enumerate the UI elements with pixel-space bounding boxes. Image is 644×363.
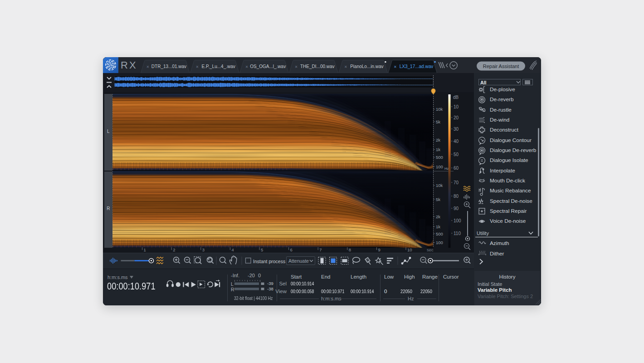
svg-text:3: 3 (202, 247, 205, 252)
svg-text:70: 70 (454, 180, 459, 185)
svg-text:2: 2 (173, 247, 175, 252)
svg-text:10: 10 (454, 104, 459, 109)
svg-text:9: 9 (378, 247, 380, 252)
svg-text:LX3_17...ad.wav: LX3_17...ad.wav (400, 64, 434, 69)
svg-text:L: L (231, 281, 234, 287)
svg-text:✕: ✕ (245, 65, 249, 69)
svg-text:40: 40 (454, 139, 459, 144)
svg-text:DTR_13...01.wav: DTR_13...01.wav (151, 64, 186, 69)
svg-text:OS_OGA...l_.wav: OS_OGA...l_.wav (250, 64, 286, 69)
svg-text:50: 50 (454, 152, 459, 157)
svg-text:100: 100 (454, 218, 461, 223)
svg-text:✕: ✕ (295, 65, 298, 69)
svg-text:✕: ✕ (394, 65, 397, 69)
svg-text:E.P._Lu...4_.wav: E.P._Lu...4_.wav (201, 64, 235, 69)
svg-text:80: 80 (454, 194, 459, 199)
svg-text:20: 20 (454, 115, 459, 120)
svg-text:✕: ✕ (196, 65, 199, 69)
svg-text:60: 60 (454, 166, 459, 171)
svg-text:90: 90 (454, 206, 459, 211)
svg-text:dB: dB (453, 95, 459, 100)
svg-text:6: 6 (290, 247, 293, 252)
svg-text:5: 5 (261, 247, 263, 252)
svg-text:✕: ✕ (146, 65, 150, 69)
svg-text:R: R (231, 287, 234, 292)
svg-text:THE_DI...00.wav: THE_DI...00.wav (300, 64, 335, 69)
svg-text:30: 30 (454, 127, 459, 132)
svg-text:4: 4 (231, 247, 234, 252)
svg-text:7: 7 (319, 247, 322, 252)
svg-text:✕: ✕ (344, 65, 347, 69)
svg-text:8: 8 (349, 247, 351, 252)
svg-text:110: 110 (454, 231, 461, 236)
svg-text:PianoLo...in.wav: PianoLo...in.wav (350, 64, 383, 69)
svg-text:10: 10 (407, 247, 412, 252)
svg-text:Hz: Hz (444, 167, 449, 171)
svg-text:1: 1 (144, 247, 146, 252)
